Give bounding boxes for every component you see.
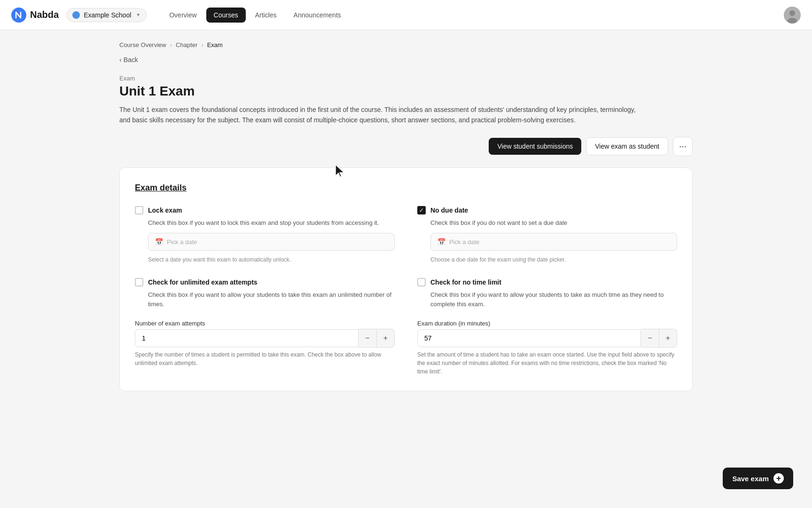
breadcrumb-exam: Exam bbox=[207, 41, 223, 48]
back-label: Back bbox=[124, 56, 138, 64]
no-due-date-label: No due date bbox=[430, 206, 468, 214]
nav-links: Overview Courses Articles Announcements bbox=[162, 8, 784, 23]
svg-point-2 bbox=[789, 10, 795, 16]
no-due-date-hint: Choose a due date for the exam using the… bbox=[417, 256, 677, 263]
save-exam-label: Save exam bbox=[732, 475, 769, 483]
breadcrumb-chapter[interactable]: Chapter bbox=[176, 41, 197, 48]
main-content: Course Overview › Chapter › Exam ‹ Back … bbox=[101, 30, 711, 403]
num-attempts-plus[interactable]: + bbox=[377, 329, 395, 348]
nav-link-announcements[interactable]: Announcements bbox=[286, 8, 349, 23]
save-exam-plus-icon: + bbox=[773, 473, 784, 484]
exam-duration-plus[interactable]: + bbox=[659, 329, 677, 348]
details-grid: Lock exam Check this box if you want to … bbox=[135, 206, 677, 376]
exam-duration-minus[interactable]: − bbox=[641, 329, 659, 348]
lock-exam-section: Lock exam Check this box if you want to … bbox=[135, 206, 395, 263]
brand-name: Nabda bbox=[30, 9, 59, 20]
back-button[interactable]: ‹ Back bbox=[119, 56, 693, 64]
lock-exam-checkbox[interactable] bbox=[135, 206, 143, 214]
navbar: Nabda Example School ▼ Overview Courses … bbox=[0, 0, 812, 30]
exam-duration-label: Exam duration (in minutes) bbox=[417, 320, 677, 327]
exam-label: Exam bbox=[119, 75, 693, 82]
lock-exam-description: Check this box if you want to lock this … bbox=[135, 218, 395, 228]
calendar-icon-due: 📅 bbox=[437, 238, 445, 246]
num-attempts-section: Number of exam attempts − + Specify the … bbox=[135, 320, 395, 367]
exam-duration-hint: Set the amount of time a student has to … bbox=[417, 350, 677, 376]
action-row: View student submissions View exam as st… bbox=[119, 137, 693, 167]
num-attempts-input[interactable] bbox=[135, 329, 359, 347]
breadcrumb-course-overview[interactable]: Course Overview bbox=[119, 41, 166, 48]
no-due-date-section: No due date Check this box if you do not… bbox=[417, 206, 677, 263]
nav-link-overview[interactable]: Overview bbox=[162, 8, 204, 23]
lock-exam-label: Lock exam bbox=[148, 206, 182, 214]
nav-link-courses[interactable]: Courses bbox=[206, 8, 246, 23]
school-dot bbox=[72, 11, 80, 19]
unlimited-attempts-description: Check this box if you want to allow your… bbox=[135, 290, 395, 309]
breadcrumb-sep-1: › bbox=[170, 41, 172, 48]
school-switcher[interactable]: Example School ▼ bbox=[66, 8, 147, 22]
breadcrumb-sep-2: › bbox=[201, 41, 203, 48]
nav-link-articles[interactable]: Articles bbox=[248, 8, 284, 23]
logo[interactable]: Nabda bbox=[11, 8, 59, 23]
exam-details-title: Exam details bbox=[135, 183, 677, 193]
unlimited-attempts-row: Check for unlimited exam attempts bbox=[135, 278, 395, 286]
view-submissions-button[interactable]: View student submissions bbox=[489, 138, 581, 155]
user-avatar[interactable] bbox=[784, 7, 801, 24]
no-time-limit-section: Check for no time limit Check this box i… bbox=[417, 278, 677, 376]
num-attempts-minus[interactable]: − bbox=[359, 329, 376, 348]
school-dropdown-icon: ▼ bbox=[136, 12, 141, 17]
view-as-student-button[interactable]: View exam as student bbox=[586, 137, 668, 155]
no-time-limit-checkbox[interactable] bbox=[417, 278, 426, 286]
unlimited-attempts-label: Check for unlimited exam attempts bbox=[148, 278, 258, 286]
exam-description: The Unit 1 exam covers the foundational … bbox=[119, 104, 636, 126]
more-options-icon: ⋯ bbox=[679, 142, 687, 151]
exam-duration-row: − + bbox=[417, 329, 677, 348]
lock-exam-date-placeholder: Pick a date bbox=[167, 238, 197, 246]
school-name: Example School bbox=[84, 11, 131, 19]
no-due-date-picker[interactable]: 📅 Pick a date bbox=[430, 233, 677, 251]
no-time-limit-row: Check for no time limit bbox=[417, 278, 677, 286]
lock-exam-date-picker[interactable]: 📅 Pick a date bbox=[148, 233, 395, 251]
save-exam-button[interactable]: Save exam + bbox=[723, 468, 793, 489]
exam-duration-section: Exam duration (in minutes) − + Set the a… bbox=[417, 320, 677, 376]
exam-details-card: Exam details Lock exam Check this box if… bbox=[119, 167, 693, 392]
exam-duration-input[interactable] bbox=[417, 329, 641, 347]
lock-exam-row: Lock exam bbox=[135, 206, 395, 214]
breadcrumb: Course Overview › Chapter › Exam bbox=[119, 41, 693, 48]
svg-point-3 bbox=[788, 18, 797, 24]
lock-exam-hint: Select a date you want this exam to auto… bbox=[135, 256, 395, 263]
unlimited-attempts-section: Check for unlimited exam attempts Check … bbox=[135, 278, 395, 376]
exam-title: Unit 1 Exam bbox=[119, 84, 693, 99]
more-options-button[interactable]: ⋯ bbox=[673, 137, 693, 156]
num-attempts-label: Number of exam attempts bbox=[135, 320, 395, 327]
no-due-date-row: No due date bbox=[417, 206, 677, 214]
no-time-limit-description: Check this box if you want to allow your… bbox=[417, 290, 677, 309]
calendar-icon-lock: 📅 bbox=[155, 238, 163, 246]
no-due-date-checkbox[interactable] bbox=[417, 206, 426, 214]
no-due-date-description: Check this box if you do not want to set… bbox=[417, 218, 677, 228]
no-time-limit-label: Check for no time limit bbox=[430, 278, 501, 286]
num-attempts-hint: Specify the number of times a student is… bbox=[135, 350, 395, 367]
back-arrow-icon: ‹ bbox=[119, 56, 122, 64]
no-due-date-placeholder: Pick a date bbox=[449, 238, 479, 246]
num-attempts-row: − + bbox=[135, 329, 395, 348]
unlimited-attempts-checkbox[interactable] bbox=[135, 278, 143, 286]
